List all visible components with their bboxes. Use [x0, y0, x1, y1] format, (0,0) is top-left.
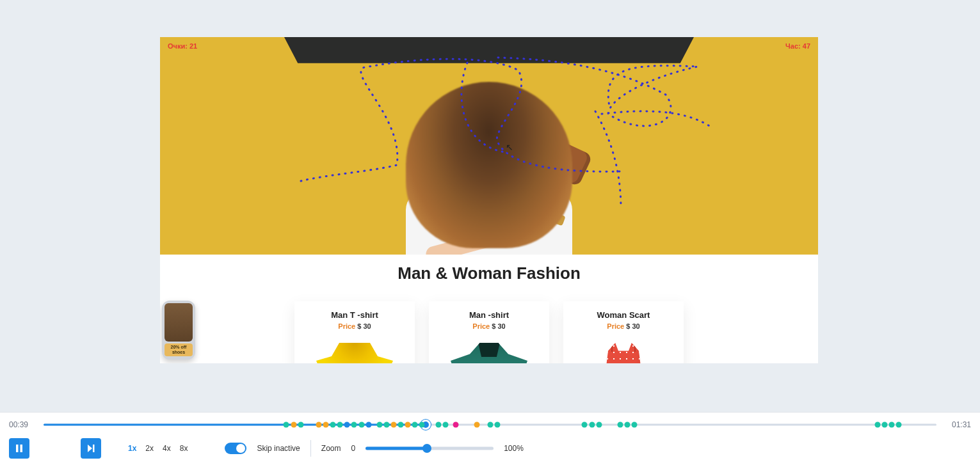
- timeline-marker[interactable]: [596, 422, 602, 428]
- timeline-marker[interactable]: [337, 422, 343, 428]
- product-card[interactable]: Man -shirt Price $ 30: [429, 301, 549, 363]
- product-title: Woman Scart: [570, 310, 677, 320]
- skip-inactive-label: Skip inactive: [257, 444, 300, 453]
- timeline-marker[interactable]: [358, 422, 364, 428]
- svg-rect-3: [93, 445, 95, 452]
- product-image: [598, 343, 649, 363]
- timeline-marker[interactable]: [474, 422, 479, 428]
- timeline-marker[interactable]: [298, 422, 303, 428]
- timeline-marker[interactable]: [398, 422, 404, 428]
- session-recording-viewport: Очки: 21 Час: 47 ↖ Man & Woman Fashion M…: [160, 37, 818, 363]
- divider: [310, 440, 311, 457]
- timeline-marker[interactable]: [390, 422, 396, 428]
- speed-option-1x[interactable]: 1x: [127, 443, 138, 454]
- timeline-marker[interactable]: [494, 422, 500, 428]
- timeline-marker[interactable]: [889, 422, 895, 428]
- zoom-min: 0: [351, 444, 355, 453]
- pause-button[interactable]: [9, 438, 29, 459]
- promo-thumbnail[interactable]: 20% off shoes: [162, 301, 195, 359]
- hero-person: [374, 88, 604, 255]
- zoom-slider[interactable]: [365, 444, 494, 453]
- overlay-score-label: Очки: 21: [168, 42, 197, 50]
- timeline-marker[interactable]: [435, 422, 441, 428]
- section-title: Man & Woman Fashion: [160, 264, 818, 283]
- svg-marker-2: [88, 445, 92, 452]
- pause-icon: [15, 444, 24, 453]
- product-price: Price $ 30: [301, 322, 408, 330]
- speed-option-2x[interactable]: 2x: [144, 443, 155, 454]
- timeline-marker[interactable]: [882, 422, 888, 428]
- timeline-marker[interactable]: [344, 422, 350, 428]
- timeline-marker[interactable]: [376, 422, 382, 428]
- zoom-label: Zoom: [321, 444, 341, 453]
- timeline-marker[interactable]: [487, 422, 493, 428]
- timeline-marker[interactable]: [351, 422, 357, 428]
- timeline-marker[interactable]: [284, 422, 289, 428]
- speed-option-8x[interactable]: 8x: [179, 443, 189, 454]
- product-title: Man -shirt: [435, 310, 543, 320]
- timeline-marker[interactable]: [618, 422, 623, 428]
- timeline-marker[interactable]: [291, 422, 296, 428]
- timeline[interactable]: [44, 420, 936, 429]
- product-card[interactable]: Woman Scart Price $ 30: [563, 301, 684, 363]
- timeline-marker[interactable]: [365, 422, 371, 428]
- product-price: Price $ 30: [435, 322, 543, 330]
- svg-rect-0: [16, 445, 19, 452]
- product-image: [316, 343, 393, 363]
- timeline-marker[interactable]: [632, 422, 638, 428]
- total-time: 01:31: [944, 420, 971, 429]
- product-price: Price $ 30: [570, 322, 677, 330]
- player-controls: 00:39 01:31 1x2x4x8x Skip inactive Zoom …: [0, 412, 980, 465]
- current-time: 00:39: [9, 420, 36, 429]
- speed-selector: 1x2x4x8x: [127, 443, 189, 454]
- timeline-marker[interactable]: [896, 422, 902, 428]
- timeline-marker[interactable]: [316, 422, 321, 428]
- hero-banner: Очки: 21 Час: 47 ↖: [160, 37, 818, 255]
- product-card[interactable]: Man T -shirt Price $ 30: [294, 301, 415, 363]
- product-grid: Man T -shirt Price $ 30 Man -shirt Price…: [160, 301, 818, 363]
- timeline-marker[interactable]: [589, 422, 595, 428]
- overlay-time-label: Час: 47: [785, 42, 810, 50]
- timeline-marker[interactable]: [405, 422, 411, 428]
- product-title: Man T -shirt: [301, 310, 408, 320]
- step-forward-icon: [86, 444, 95, 453]
- skip-inactive-toggle[interactable]: [225, 443, 246, 454]
- timeline-marker[interactable]: [874, 422, 880, 428]
- timeline-marker[interactable]: [323, 422, 328, 428]
- timeline-marker[interactable]: [582, 422, 588, 428]
- timeline-marker[interactable]: [419, 422, 425, 428]
- timeline-marker[interactable]: [383, 422, 389, 428]
- speed-option-4x[interactable]: 4x: [161, 443, 172, 454]
- site-navbar: [284, 37, 694, 63]
- timeline-marker[interactable]: [330, 422, 335, 428]
- zoom-max: 100%: [504, 444, 524, 453]
- promo-thumbnail-label: 20% off shoes: [165, 343, 193, 356]
- timeline-marker[interactable]: [412, 422, 418, 428]
- product-image: [451, 343, 527, 363]
- zoom-handle[interactable]: [422, 444, 431, 453]
- cursor-pointer-icon: ↖: [506, 142, 513, 152]
- timeline-marker[interactable]: [625, 422, 631, 428]
- svg-rect-1: [20, 445, 23, 452]
- timeline-marker[interactable]: [453, 422, 459, 428]
- timeline-marker[interactable]: [442, 422, 448, 428]
- promo-thumbnail-image: [165, 303, 193, 342]
- step-forward-button[interactable]: [81, 438, 101, 459]
